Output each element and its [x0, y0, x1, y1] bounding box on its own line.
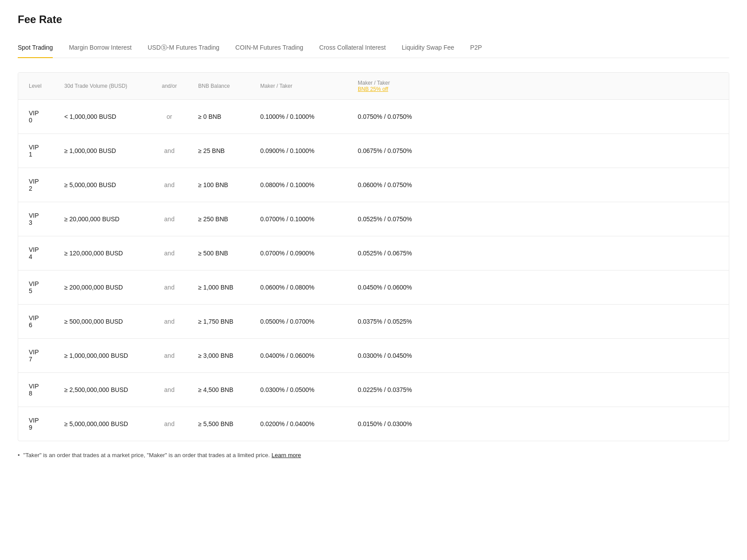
col-header-volume: 30d Trade Volume (BUSD) [54, 73, 151, 100]
cell-maker-taker-bnb: 0.0300% / 0.0450% [347, 339, 729, 373]
bnb-25off-link[interactable]: BNB 25% off [358, 86, 388, 92]
cell-volume: ≥ 200,000,000 BUSD [54, 270, 151, 305]
tab-usd-m-futures[interactable]: USDⓢ-M Futures Trading [148, 39, 219, 58]
cell-maker-taker: 0.0700% / 0.0900% [250, 236, 347, 270]
cell-volume: ≥ 2,500,000,000 BUSD [54, 373, 151, 407]
cell-bnb: ≥ 250 BNB [188, 202, 250, 236]
cell-level: VIP 1 [18, 134, 54, 168]
cell-maker-taker: 0.0300% / 0.0500% [250, 373, 347, 407]
cell-bnb: ≥ 25 BNB [188, 134, 250, 168]
col-header-andor: and/or [151, 73, 188, 100]
cell-volume: ≥ 500,000,000 BUSD [54, 305, 151, 339]
cell-maker-taker-bnb: 0.0450% / 0.0600% [347, 270, 729, 305]
cell-maker-taker: 0.0700% / 0.1000% [250, 202, 347, 236]
cell-maker-taker-bnb: 0.0675% / 0.0750% [347, 134, 729, 168]
cell-maker-taker-bnb: 0.0375% / 0.0525% [347, 305, 729, 339]
tab-liquidity-swap[interactable]: Liquidity Swap Fee [402, 39, 454, 58]
cell-andor: and [151, 305, 188, 339]
tab-coin-m-futures[interactable]: COIN-M Futures Trading [235, 39, 303, 58]
tabs-nav: Spot Trading Margin Borrow Interest USDⓢ… [18, 38, 729, 58]
footnote-text: "Taker" is an order that trades at a mar… [23, 452, 270, 458]
table-row: VIP 9 ≥ 5,000,000,000 BUSD and ≥ 5,500 B… [18, 407, 729, 441]
tab-margin-borrow[interactable]: Margin Borrow Interest [69, 39, 132, 58]
col-header-maker-taker: Maker / Taker [250, 73, 347, 100]
cell-volume: ≥ 1,000,000 BUSD [54, 134, 151, 168]
tab-spot-trading[interactable]: Spot Trading [18, 39, 53, 58]
cell-level: VIP 0 [18, 100, 54, 134]
cell-andor: and [151, 407, 188, 441]
cell-maker-taker: 0.1000% / 0.1000% [250, 100, 347, 134]
table-row: VIP 8 ≥ 2,500,000,000 BUSD and ≥ 4,500 B… [18, 373, 729, 407]
table-row: VIP 0 < 1,000,000 BUSD or ≥ 0 BNB 0.1000… [18, 100, 729, 134]
cell-maker-taker-bnb: 0.0750% / 0.0750% [347, 100, 729, 134]
cell-bnb: ≥ 1,750 BNB [188, 305, 250, 339]
cell-maker-taker-bnb: 0.0150% / 0.0300% [347, 407, 729, 441]
cell-andor: and [151, 339, 188, 373]
cell-maker-taker: 0.0500% / 0.0700% [250, 305, 347, 339]
col-header-maker-taker-bnb: Maker / Taker BNB 25% off [347, 73, 729, 100]
cell-bnb: ≥ 3,000 BNB [188, 339, 250, 373]
col-header-bnb: BNB Balance [188, 73, 250, 100]
cell-level: VIP 9 [18, 407, 54, 441]
table-row: VIP 7 ≥ 1,000,000,000 BUSD and ≥ 3,000 B… [18, 339, 729, 373]
cell-volume: ≥ 1,000,000,000 BUSD [54, 339, 151, 373]
cell-maker-taker-bnb: 0.0225% / 0.0375% [347, 373, 729, 407]
cell-level: VIP 5 [18, 270, 54, 305]
cell-volume: ≥ 5,000,000,000 BUSD [54, 407, 151, 441]
cell-level: VIP 8 [18, 373, 54, 407]
cell-bnb: ≥ 0 BNB [188, 100, 250, 134]
cell-maker-taker-bnb: 0.0525% / 0.0750% [347, 202, 729, 236]
cell-andor: or [151, 100, 188, 134]
learn-more-link[interactable]: Learn more [272, 452, 301, 458]
cell-maker-taker-bnb: 0.0600% / 0.0750% [347, 168, 729, 202]
table-row: VIP 6 ≥ 500,000,000 BUSD and ≥ 1,750 BNB… [18, 305, 729, 339]
cell-volume: ≥ 5,000,000 BUSD [54, 168, 151, 202]
cell-level: VIP 7 [18, 339, 54, 373]
cell-andor: and [151, 236, 188, 270]
cell-volume: ≥ 120,000,000 BUSD [54, 236, 151, 270]
fee-rate-table: Level 30d Trade Volume (BUSD) and/or BNB… [18, 72, 729, 441]
footnote: • "Taker" is an order that trades at a m… [18, 452, 729, 458]
cell-bnb: ≥ 5,500 BNB [188, 407, 250, 441]
tab-p2p[interactable]: P2P [470, 39, 482, 58]
cell-maker-taker: 0.0200% / 0.0400% [250, 407, 347, 441]
cell-bnb: ≥ 500 BNB [188, 236, 250, 270]
cell-volume: < 1,000,000 BUSD [54, 100, 151, 134]
cell-level: VIP 3 [18, 202, 54, 236]
table-row: VIP 2 ≥ 5,000,000 BUSD and ≥ 100 BNB 0.0… [18, 168, 729, 202]
cell-bnb: ≥ 4,500 BNB [188, 373, 250, 407]
cell-andor: and [151, 202, 188, 236]
cell-andor: and [151, 168, 188, 202]
cell-maker-taker: 0.0800% / 0.1000% [250, 168, 347, 202]
cell-maker-taker-bnb: 0.0525% / 0.0675% [347, 236, 729, 270]
cell-maker-taker: 0.0900% / 0.1000% [250, 134, 347, 168]
cell-andor: and [151, 134, 188, 168]
cell-level: VIP 4 [18, 236, 54, 270]
cell-level: VIP 2 [18, 168, 54, 202]
table-row: VIP 3 ≥ 20,000,000 BUSD and ≥ 250 BNB 0.… [18, 202, 729, 236]
cell-level: VIP 6 [18, 305, 54, 339]
cell-bnb: ≥ 1,000 BNB [188, 270, 250, 305]
cell-andor: and [151, 373, 188, 407]
table-row: VIP 1 ≥ 1,000,000 BUSD and ≥ 25 BNB 0.09… [18, 134, 729, 168]
table-row: VIP 5 ≥ 200,000,000 BUSD and ≥ 1,000 BNB… [18, 270, 729, 305]
tab-cross-collateral[interactable]: Cross Collateral Interest [319, 39, 386, 58]
table-row: VIP 4 ≥ 120,000,000 BUSD and ≥ 500 BNB 0… [18, 236, 729, 270]
col-header-level: Level [18, 73, 54, 100]
cell-maker-taker: 0.0400% / 0.0600% [250, 339, 347, 373]
cell-andor: and [151, 270, 188, 305]
cell-maker-taker: 0.0600% / 0.0800% [250, 270, 347, 305]
cell-bnb: ≥ 100 BNB [188, 168, 250, 202]
cell-volume: ≥ 20,000,000 BUSD [54, 202, 151, 236]
page-title: Fee Rate [18, 13, 729, 26]
